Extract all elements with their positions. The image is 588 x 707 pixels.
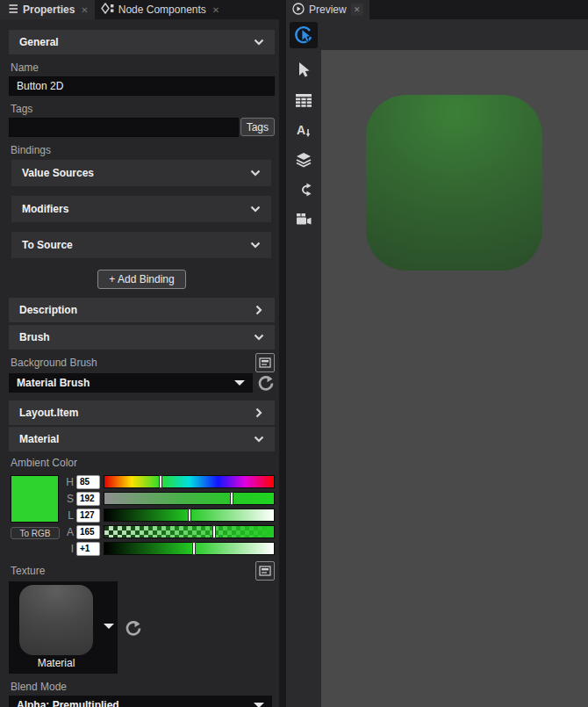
texture-thumbnail (19, 585, 93, 655)
hue-slider[interactable] (104, 475, 275, 488)
tab-properties[interactable]: Properties ✕ (0, 0, 95, 19)
chevron-down-icon (250, 170, 261, 177)
connect-tool-button[interactable] (290, 177, 318, 203)
blend-mode-value: Alpha: Premultiplied (17, 699, 119, 707)
play-circle-icon (292, 3, 305, 18)
editor-window-icon (259, 566, 271, 576)
tab-preview[interactable]: Preview ✕ (286, 0, 369, 19)
section-brush[interactable]: Brush (9, 325, 275, 350)
ambient-color-label: Ambient Color (11, 457, 275, 469)
saturation-channel-row: S 192 (63, 492, 275, 505)
left-tabbar: Properties ✕ Node Components ✕ (0, 0, 279, 19)
close-icon[interactable]: ✕ (351, 4, 363, 16)
layers-tool-button[interactable] (290, 147, 318, 173)
section-general[interactable]: General (9, 30, 275, 54)
text-tool-button[interactable]: A (290, 117, 318, 143)
reset-brush-button[interactable] (257, 374, 275, 392)
background-brush-dropdown[interactable]: Material Brush (9, 373, 253, 393)
color-swatch[interactable] (11, 475, 59, 523)
intensity-value-input[interactable]: +1 (76, 542, 100, 556)
preview-tabbar: Preview ✕ (286, 0, 588, 19)
layers-icon (295, 152, 312, 168)
saturation-value-input[interactable]: 192 (76, 492, 100, 506)
reset-icon (125, 620, 141, 636)
panel-divider[interactable] (279, 0, 286, 707)
tab-node-components-label: Node Components (118, 4, 206, 16)
slider-handle[interactable] (212, 525, 216, 538)
properties-list-icon (6, 4, 18, 17)
intensity-slider[interactable] (104, 542, 275, 555)
texture-thumbnail-label: Material (19, 657, 93, 669)
alpha-value-input[interactable]: 165 (76, 525, 100, 539)
add-binding-button[interactable]: + Add Binding (97, 270, 185, 289)
tab-preview-label: Preview (309, 4, 347, 16)
node-components-icon (101, 3, 114, 17)
branch-arrows-icon (295, 182, 312, 198)
name-input[interactable]: Button 2D (9, 76, 275, 96)
chevron-down-icon (250, 206, 261, 213)
blend-mode-dropdown[interactable]: Alpha: Premultiplied (9, 696, 272, 707)
hue-channel-row: H 85 (63, 475, 275, 488)
bindings-label: Bindings (11, 144, 275, 156)
chevron-down-icon (254, 436, 264, 443)
chevron-down-icon[interactable] (104, 624, 114, 629)
texture-selector[interactable]: Material (9, 581, 118, 674)
select-tool-button[interactable] (290, 57, 318, 83)
section-description[interactable]: Description (9, 298, 275, 322)
section-description-label: Description (19, 304, 77, 316)
chevron-down-icon (254, 703, 264, 707)
grid-tool-button[interactable] (290, 87, 318, 113)
alpha-label: A (63, 526, 74, 538)
svg-text:A: A (297, 123, 305, 137)
tags-input[interactable] (9, 118, 239, 137)
section-layout-item-label: Layout.Item (19, 407, 78, 419)
intensity-label: I (63, 543, 74, 555)
select-cursor-icon (296, 61, 312, 79)
tags-button[interactable]: Tags (240, 118, 275, 136)
close-icon[interactable]: ✕ (212, 5, 219, 15)
slider-handle[interactable] (230, 492, 233, 505)
reset-texture-button[interactable] (125, 619, 142, 637)
preview-button-2d[interactable] (366, 95, 542, 271)
name-value: Button 2D (17, 80, 63, 92)
alpha-slider[interactable] (104, 525, 275, 538)
interact-tool-button[interactable] (290, 22, 318, 48)
slider-handle[interactable] (192, 542, 196, 555)
chevron-down-icon (254, 334, 264, 341)
properties-panel: Properties ✕ Node Components ✕ General N… (0, 0, 279, 707)
preview-toolbar: A (286, 19, 321, 707)
chevron-down-icon (234, 380, 245, 386)
slider-handle[interactable] (188, 509, 191, 522)
name-label: Name (11, 61, 275, 74)
chevron-right-icon (254, 307, 264, 314)
chevron-down-icon (254, 39, 264, 46)
section-to-source[interactable]: To Source (11, 232, 271, 258)
texture-label: Texture (11, 565, 45, 577)
intensity-channel-row: I +1 (63, 542, 275, 555)
section-material[interactable]: Material (9, 427, 275, 451)
section-value-sources[interactable]: Value Sources (11, 160, 271, 186)
brush-editor-button[interactable] (255, 353, 275, 372)
hue-value-input[interactable]: 85 (76, 475, 100, 489)
texture-editor-button[interactable] (255, 561, 275, 581)
lightness-value-input[interactable]: 127 (76, 509, 100, 523)
preview-canvas[interactable] (321, 50, 588, 707)
blend-mode-label: Blend Mode (11, 681, 275, 693)
lightness-channel-row: L 127 (63, 509, 275, 522)
saturation-slider[interactable] (104, 492, 275, 505)
tags-label: Tags (11, 103, 275, 115)
modifiers-label: Modifiers (22, 203, 68, 215)
slider-handle[interactable] (159, 475, 162, 488)
video-camera-icon (295, 212, 312, 227)
lightness-slider[interactable] (104, 509, 275, 522)
camera-tool-button[interactable] (290, 206, 318, 233)
saturation-label: S (63, 493, 74, 505)
tab-node-components[interactable]: Node Components ✕ (95, 0, 226, 19)
grid-icon (295, 93, 312, 108)
section-layout-item[interactable]: Layout.Item (9, 400, 275, 425)
preview-panel: Preview ✕ (286, 0, 588, 707)
reset-icon (258, 375, 274, 391)
section-modifiers[interactable]: Modifiers (11, 196, 271, 222)
to-rgb-button[interactable]: To RGB (11, 527, 60, 539)
close-icon[interactable]: ✕ (81, 5, 88, 15)
